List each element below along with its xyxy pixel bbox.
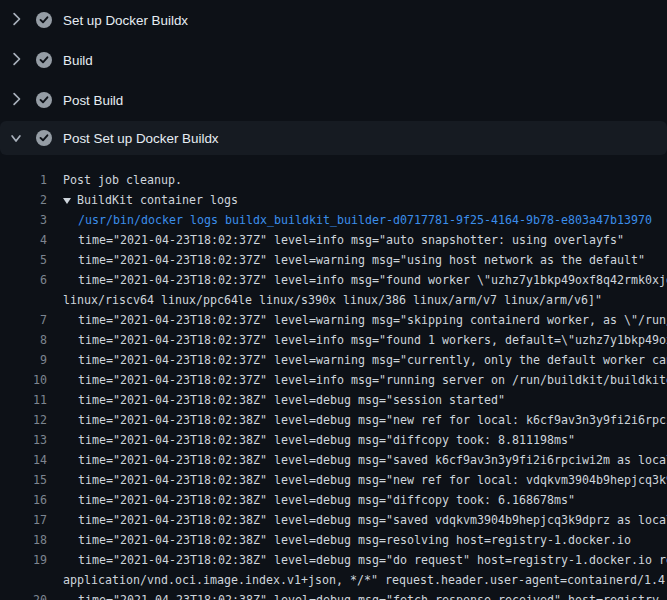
check-circle-icon: [36, 52, 52, 68]
check-circle-icon: [36, 12, 52, 28]
log-line-7: 7time="2021-04-23T18:02:37Z" level=warni…: [0, 310, 667, 330]
group-collapse-triangle-icon[interactable]: [63, 198, 71, 204]
log-text: time="2021-04-23T18:02:38Z" level=debug …: [78, 510, 667, 530]
log-line-8: 8time="2021-04-23T18:02:37Z" level=info …: [0, 330, 667, 350]
line-number: 16: [0, 490, 47, 510]
steps-list: Set up Docker BuildxBuildPost BuildPost …: [0, 0, 667, 155]
log-line-2[interactable]: 2BuildKit container logs: [0, 190, 667, 210]
chevron-right-icon: [9, 52, 25, 68]
log-text: time="2021-04-23T18:02:37Z" level=info m…: [78, 330, 667, 350]
line-number: 17: [0, 510, 47, 530]
log-line-19: 19time="2021-04-23T18:02:38Z" level=debu…: [0, 550, 667, 570]
log-text: time="2021-04-23T18:02:37Z" level=info m…: [78, 230, 624, 250]
line-number: 4: [0, 230, 47, 250]
line-number: 3: [0, 210, 47, 230]
step-title: Post Build: [63, 93, 123, 108]
log-text: /usr/bin/docker logs buildx_buildkit_bui…: [78, 210, 652, 230]
log-line-10: 10time="2021-04-23T18:02:37Z" level=info…: [0, 370, 667, 390]
log-line-wrap: application/vnd.oci.image.index.v1+json,…: [0, 570, 667, 590]
log-line-9: 9time="2021-04-23T18:02:37Z" level=warni…: [0, 350, 667, 370]
line-number: 14: [0, 450, 47, 470]
step-title: Set up Docker Buildx: [63, 13, 188, 28]
log-text: time="2021-04-23T18:02:38Z" level=debug …: [78, 430, 575, 450]
line-number: 2: [0, 190, 47, 210]
line-number: 19: [0, 550, 47, 570]
line-number: 12: [0, 410, 47, 430]
log-line-1: 1Post job cleanup.: [0, 170, 667, 190]
log-line-17: 17time="2021-04-23T18:02:38Z" level=debu…: [0, 510, 667, 530]
log-text: time="2021-04-23T18:02:38Z" level=debug …: [78, 530, 631, 550]
chevron-right-icon: [9, 12, 25, 28]
line-number: 9: [0, 350, 47, 370]
log-line-12: 12time="2021-04-23T18:02:38Z" level=debu…: [0, 410, 667, 430]
log-text: time="2021-04-23T18:02:38Z" level=debug …: [78, 490, 575, 510]
log-line-15: 15time="2021-04-23T18:02:38Z" level=debu…: [0, 470, 667, 490]
log-line-20: 20time="2021-04-23T18:02:38Z" level=debu…: [0, 590, 667, 600]
check-circle-icon: [36, 92, 52, 108]
line-number: 5: [0, 250, 47, 270]
log-line-13: 13time="2021-04-23T18:02:38Z" level=debu…: [0, 430, 667, 450]
log-text: time="2021-04-23T18:02:37Z" level=warnin…: [78, 250, 645, 270]
line-number: 10: [0, 370, 47, 390]
log-line-6: 6time="2021-04-23T18:02:37Z" level=info …: [0, 270, 667, 290]
line-number: 18: [0, 530, 47, 550]
log-text: time="2021-04-23T18:02:37Z" level=info m…: [78, 370, 667, 390]
log-line-16: 16time="2021-04-23T18:02:38Z" level=debu…: [0, 490, 667, 510]
line-number: 7: [0, 310, 47, 330]
group-title: BuildKit container logs: [77, 193, 238, 207]
log-text: linux/riscv64 linux/ppc64le linux/s390x …: [63, 290, 602, 310]
chevron-right-icon: [9, 92, 25, 108]
line-number: 20: [0, 590, 47, 600]
log-text: time="2021-04-23T18:02:38Z" level=debug …: [78, 390, 505, 410]
log-line-3: 3/usr/bin/docker logs buildx_buildkit_bu…: [0, 210, 667, 230]
line-number: 13: [0, 430, 47, 450]
step-header-post-set-up-docker-buildx[interactable]: Post Set up Docker Buildx: [0, 121, 667, 155]
log-line-14: 14time="2021-04-23T18:02:38Z" level=debu…: [0, 450, 667, 470]
log-text: time="2021-04-23T18:02:38Z" level=debug …: [78, 590, 667, 600]
log-text: time="2021-04-23T18:02:37Z" level=warnin…: [78, 350, 667, 370]
step-header-post-build[interactable]: Post Build: [0, 80, 667, 120]
log-text: time="2021-04-23T18:02:37Z" level=info m…: [78, 270, 667, 290]
chevron-down-icon: [9, 130, 25, 146]
log-line-11: 11time="2021-04-23T18:02:38Z" level=debu…: [0, 390, 667, 410]
step-title: Build: [63, 53, 93, 68]
step-header-build[interactable]: Build: [0, 40, 667, 80]
log-text: time="2021-04-23T18:02:38Z" level=debug …: [78, 450, 667, 470]
line-number: 15: [0, 470, 47, 490]
log-line-5: 5time="2021-04-23T18:02:37Z" level=warni…: [0, 250, 667, 270]
log-text: time="2021-04-23T18:02:38Z" level=debug …: [78, 550, 667, 570]
log-line-18: 18time="2021-04-23T18:02:38Z" level=debu…: [0, 530, 667, 550]
step-title: Post Set up Docker Buildx: [63, 131, 219, 146]
line-number: 6: [0, 270, 47, 290]
line-number: 8: [0, 330, 47, 350]
log-area: 1Post job cleanup.2BuildKit container lo…: [0, 155, 667, 600]
log-text: application/vnd.oci.image.index.v1+json,…: [63, 570, 667, 590]
log-line-4: 4time="2021-04-23T18:02:37Z" level=info …: [0, 230, 667, 250]
log-text: time="2021-04-23T18:02:38Z" level=debug …: [78, 410, 667, 430]
check-circle-icon: [36, 130, 52, 146]
line-number: 11: [0, 390, 47, 410]
step-header-set-up-docker-buildx[interactable]: Set up Docker Buildx: [0, 0, 667, 40]
log-text: time="2021-04-23T18:02:38Z" level=debug …: [78, 470, 667, 490]
log-text: Post job cleanup.: [63, 170, 182, 190]
log-text: time="2021-04-23T18:02:37Z" level=warnin…: [78, 310, 667, 330]
line-number: 1: [0, 170, 47, 190]
log-line-wrap: linux/riscv64 linux/ppc64le linux/s390x …: [0, 290, 667, 310]
